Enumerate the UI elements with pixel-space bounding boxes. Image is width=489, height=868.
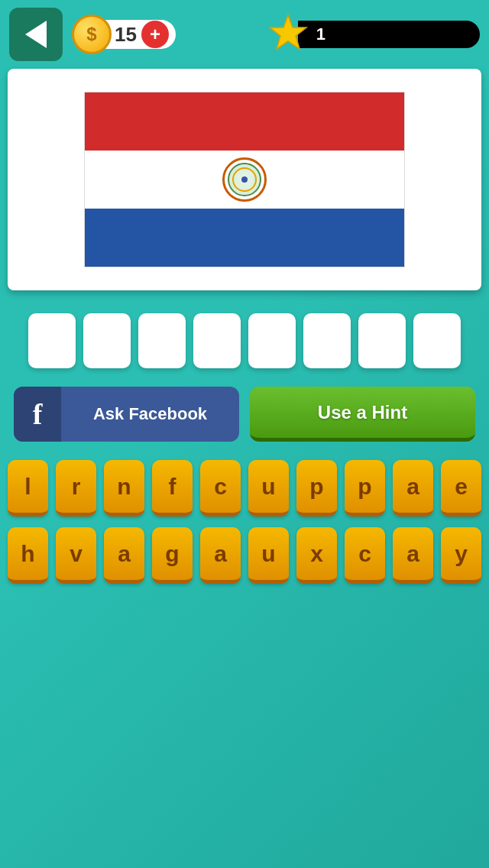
key-r[interactable]: r bbox=[56, 460, 96, 517]
answer-box-6[interactable] bbox=[303, 313, 351, 368]
key-u2[interactable]: u bbox=[248, 527, 289, 584]
key-e[interactable]: e bbox=[441, 460, 481, 517]
ask-facebook-label: Ask Facebook bbox=[61, 404, 239, 424]
answer-box-3[interactable] bbox=[138, 313, 186, 368]
coat-of-arms bbox=[222, 157, 267, 202]
keyboard: l r n f c u p p a e h v a g a u x c a y bbox=[0, 460, 489, 584]
ask-facebook-button[interactable]: f Ask Facebook bbox=[14, 387, 239, 442]
svg-marker-0 bbox=[270, 15, 306, 49]
key-a3[interactable]: a bbox=[200, 527, 241, 584]
paraguay-flag bbox=[84, 92, 405, 267]
keyboard-row-2: h v a g a u x c a y bbox=[8, 527, 481, 584]
key-a4[interactable]: a bbox=[393, 527, 433, 584]
flag-card bbox=[8, 69, 481, 290]
star-icon bbox=[266, 12, 310, 57]
facebook-icon: f bbox=[14, 387, 61, 442]
action-buttons: f Ask Facebook Use a Hint bbox=[14, 387, 475, 442]
key-f[interactable]: f bbox=[152, 460, 193, 517]
answer-box-5[interactable] bbox=[248, 313, 296, 368]
star-count: 1 bbox=[316, 24, 325, 44]
key-y[interactable]: y bbox=[441, 527, 481, 584]
key-c[interactable]: c bbox=[200, 460, 241, 517]
key-l[interactable]: l bbox=[8, 460, 48, 517]
key-p1[interactable]: p bbox=[296, 460, 337, 517]
keyboard-row-1: l r n f c u p p a e bbox=[8, 460, 481, 517]
key-g[interactable]: g bbox=[152, 527, 193, 584]
coin-count: 15 bbox=[115, 23, 137, 47]
key-u[interactable]: u bbox=[248, 460, 289, 517]
key-n[interactable]: n bbox=[104, 460, 144, 517]
star-bar: 1 bbox=[298, 21, 480, 48]
coin-area: $ 15 + bbox=[72, 15, 251, 54]
flag-stripe-red bbox=[85, 92, 404, 151]
answer-box-1[interactable] bbox=[28, 313, 76, 368]
hint-label: Use a Hint bbox=[318, 402, 407, 423]
key-c2[interactable]: c bbox=[345, 527, 385, 584]
use-hint-button[interactable]: Use a Hint bbox=[250, 387, 475, 442]
key-a2[interactable]: a bbox=[104, 527, 144, 584]
answer-box-4[interactable] bbox=[193, 313, 241, 368]
answer-area bbox=[15, 313, 474, 368]
flag-stripe-white bbox=[85, 151, 404, 209]
coat-center-dot bbox=[241, 177, 248, 183]
flag-stripe-blue bbox=[85, 209, 404, 267]
coin-icon: $ bbox=[72, 15, 112, 54]
back-button[interactable] bbox=[9, 8, 63, 61]
key-h[interactable]: h bbox=[8, 527, 48, 584]
key-p2[interactable]: p bbox=[345, 460, 385, 517]
coat-inner bbox=[228, 163, 261, 196]
header: $ 15 + 1 bbox=[0, 0, 489, 69]
answer-box-2[interactable] bbox=[83, 313, 131, 368]
star-area: 1 bbox=[266, 12, 480, 57]
key-a1[interactable]: a bbox=[393, 460, 433, 517]
answer-box-7[interactable] bbox=[358, 313, 406, 368]
coat-star-ring bbox=[232, 167, 257, 192]
key-v[interactable]: v bbox=[56, 527, 96, 584]
answer-box-8[interactable] bbox=[413, 313, 461, 368]
key-x[interactable]: x bbox=[296, 527, 337, 584]
add-coins-button[interactable]: + bbox=[141, 21, 169, 48]
back-arrow-icon bbox=[25, 21, 47, 48]
